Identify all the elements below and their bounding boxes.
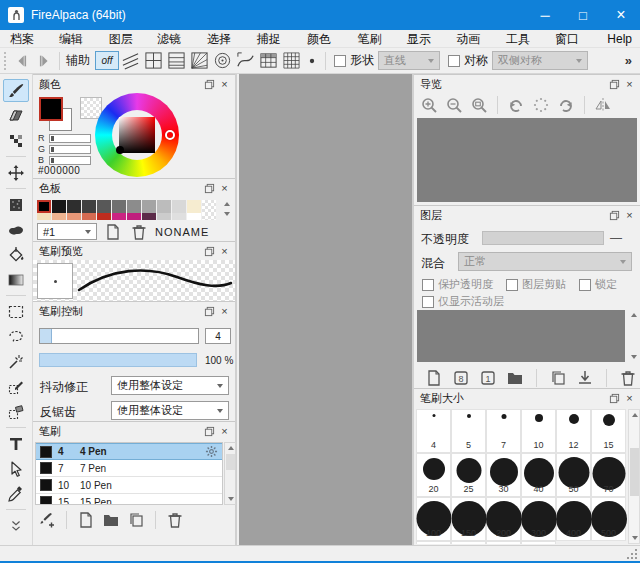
new-8bit-layer-icon[interactable]: 8 (451, 368, 471, 387)
new-1bit-layer-icon[interactable]: 1 (478, 368, 498, 387)
palette-swatch[interactable] (127, 200, 141, 213)
gear-icon[interactable] (205, 445, 218, 458)
rotate-reset-icon[interactable] (530, 95, 552, 115)
canvas-viewport[interactable] (239, 74, 412, 545)
toolbar-drag-handle[interactable] (4, 52, 7, 70)
brush-size-cell[interactable] (486, 541, 521, 544)
fill-tool[interactable] (3, 193, 29, 216)
snap-horizontal-icon[interactable] (165, 50, 188, 71)
correction-select[interactable]: 使用整体设定 (111, 376, 229, 395)
snap-table-icon[interactable] (257, 50, 280, 71)
b-slider[interactable] (49, 156, 91, 165)
palette-swatch[interactable] (97, 213, 111, 220)
palette-swatch[interactable] (52, 213, 66, 220)
brush-size-cell[interactable]: 400 (556, 497, 591, 541)
brush-size-cell[interactable]: 4 (416, 409, 451, 453)
menu-item-9[interactable]: 动画(A) (448, 30, 498, 48)
select-pen-tool[interactable] (3, 375, 29, 398)
new-brush-icon[interactable] (76, 510, 96, 529)
palette-swatch[interactable] (157, 213, 171, 220)
palette-swatch[interactable] (172, 213, 186, 220)
palette-swatch[interactable] (82, 213, 96, 220)
r-slider[interactable] (49, 134, 91, 143)
duplicate-brush-icon[interactable] (126, 510, 146, 529)
lock-checkbox[interactable] (579, 279, 591, 291)
clipping-checkbox[interactable] (506, 279, 518, 291)
select-eraser-tool[interactable] (3, 400, 29, 423)
menu-item-0[interactable]: 档案(F) (2, 30, 51, 48)
menu-item-4[interactable]: 选择(S) (199, 30, 249, 48)
scroll-down-icon[interactable] (225, 494, 237, 504)
brush-size-slider[interactable] (39, 328, 199, 344)
palette-swatch[interactable] (157, 200, 171, 213)
snap-off-button[interactable]: off (95, 51, 119, 70)
scroll-up-icon[interactable] (629, 410, 640, 420)
brush-size-cell[interactable] (451, 541, 486, 544)
palette-swatch[interactable] (37, 213, 51, 220)
history-back-button[interactable] (11, 51, 33, 71)
palette-swatch[interactable] (142, 213, 156, 220)
dot-tool[interactable] (3, 129, 29, 152)
operation-tool[interactable] (3, 457, 29, 480)
lasso-tool[interactable] (3, 325, 29, 348)
palette-swatch[interactable] (82, 200, 96, 213)
eraser-tool[interactable] (3, 104, 29, 127)
scroll-down-icon[interactable] (629, 533, 640, 543)
close-panel-icon[interactable]: × (217, 244, 232, 258)
protect-alpha-checkbox[interactable] (422, 279, 434, 291)
snap-curve-icon[interactable] (234, 50, 257, 71)
layer-list[interactable] (417, 310, 625, 362)
brush-list-item[interactable]: 77 Pen (36, 460, 222, 477)
add-brush-icon[interactable] (37, 510, 57, 529)
eyedropper-tool[interactable] (3, 482, 29, 505)
brush-list-scrollbar[interactable] (224, 442, 236, 505)
snap-concentric-icon[interactable] (211, 50, 234, 71)
menu-item-12[interactable]: Help (599, 30, 640, 48)
scroll-down-icon[interactable] (221, 209, 233, 219)
smudge-tool[interactable] (3, 218, 29, 241)
brush-size-value[interactable]: 4 (205, 328, 231, 344)
brush-list-item[interactable]: 1010 Pen (36, 477, 222, 494)
menu-item-7[interactable]: 笔刷(B) (349, 30, 399, 48)
palette-swatch[interactable] (202, 200, 216, 213)
toolbar-overflow-button[interactable]: » (621, 53, 636, 68)
new-folder-icon[interactable] (505, 368, 525, 387)
move-tool[interactable] (3, 161, 29, 184)
palette-swatch[interactable] (142, 200, 156, 213)
brush-size-cell[interactable]: 70 (591, 453, 626, 497)
delete-layer-icon[interactable] (618, 368, 638, 387)
snap-cross-icon[interactable] (142, 50, 165, 71)
brush-size-cell[interactable]: 50 (556, 453, 591, 497)
resize-grip[interactable] (627, 549, 638, 560)
brush-size-cell[interactable]: 25 (451, 453, 486, 497)
menu-item-2[interactable]: 图层(L) (101, 30, 149, 48)
palette-swatch[interactable] (112, 200, 126, 213)
active-only-checkbox[interactable] (422, 296, 434, 308)
palette-swatch[interactable] (187, 213, 201, 220)
close-panel-icon[interactable]: × (622, 77, 637, 91)
brush-size-cell[interactable]: 300 (521, 497, 556, 541)
float-panel-icon[interactable] (607, 208, 622, 222)
close-panel-icon[interactable]: × (217, 424, 232, 438)
hue-indicator[interactable] (165, 130, 175, 140)
brush-size-cell[interactable]: 5 (451, 409, 486, 453)
menu-item-5[interactable]: 捕捉(N) (249, 30, 299, 48)
menu-item-11[interactable]: 窗口(W) (547, 30, 599, 48)
palette-swatch[interactable] (97, 200, 111, 213)
close-panel-icon[interactable]: × (622, 208, 637, 222)
menu-item-1[interactable]: 编辑(E) (51, 30, 101, 48)
brush-size-cell[interactable] (521, 541, 556, 544)
zoom-out-icon[interactable] (443, 95, 465, 115)
palette-swatch[interactable] (202, 213, 216, 220)
palette-swatch[interactable] (52, 200, 66, 213)
saturation-value-square[interactable] (119, 117, 155, 153)
palette-swatch[interactable] (112, 213, 126, 220)
text-tool[interactable] (3, 432, 29, 455)
scroll-up-icon[interactable] (628, 310, 639, 320)
flip-horizontal-icon[interactable] (592, 95, 614, 115)
foreground-color-swatch[interactable] (39, 97, 63, 121)
snap-radial-icon[interactable] (188, 50, 211, 71)
antialias-select[interactable]: 使用整体设定 (111, 401, 229, 420)
history-forward-button[interactable] (33, 51, 55, 71)
brush-size-cell[interactable]: 30 (486, 453, 521, 497)
